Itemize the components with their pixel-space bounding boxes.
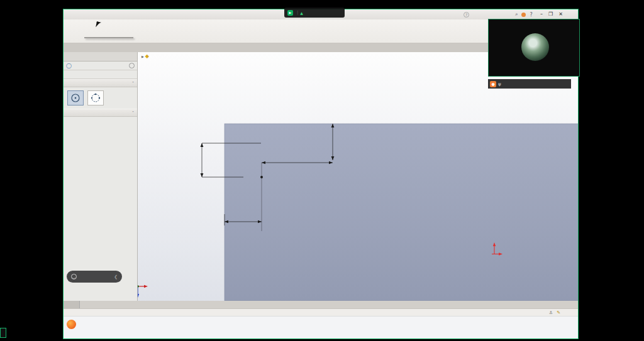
perimeter-circle-type-button[interactable] [87,90,104,106]
weather-widget[interactable] [67,320,78,329]
collapse-chevron-icon[interactable]: ❮ [114,274,118,279]
participant-avatar [521,33,549,61]
login-user-icon[interactable] [521,13,526,17]
screen-share-tooltip [0,328,6,338]
restore-button[interactable]: ❐ [548,11,553,17]
meeting-app-icon: ▶ [287,10,293,16]
windows-taskbar [64,316,578,338]
graphics-viewport[interactable]: ▶ ◆ [138,52,578,301]
minimize-button[interactable]: – [540,11,543,17]
panel-tabs [64,52,137,62]
upload-arrow-icon: ▲ [300,11,303,15]
part-origin-triad [138,285,148,298]
meeting-participant-bar[interactable]: ● ψ [488,79,571,89]
help-search[interactable]: ? [464,10,472,19]
circle-icon: ◯ [66,63,72,68]
part-icon: ◆ [145,53,149,59]
sketch-point[interactable] [260,176,263,178]
participant-avatar-icon: ● [490,81,496,87]
help-menu-icon[interactable]: ? [530,12,532,18]
emoji-icon[interactable]: ◡ [71,274,77,279]
document-tabs-bar [64,301,578,308]
parameters-section-header[interactable]: ˆ [64,109,137,117]
weather-icon [67,320,76,329]
expand-arrow-icon[interactable]: ▶ [142,55,144,58]
panel-help-icon[interactable] [129,63,135,68]
close-button[interactable]: ✕ [558,11,563,17]
property-manager-panel: ◯ ˆ ˆ [64,52,138,301]
part-face[interactable] [225,124,578,301]
status-tool-icon[interactable]: ⚓ [549,310,553,315]
tab-scroll-grip[interactable] [64,301,80,308]
participant-mic-icon: ψ [498,82,501,87]
search-magnifier-icon[interactable]: ⌕ [515,11,518,18]
center-circle-type-button[interactable] [67,90,84,106]
flyout-feature-tree[interactable]: ▶ ◆ [142,53,150,59]
circle-type-section-header[interactable]: ˆ [64,79,137,87]
sketch-canvas[interactable] [138,52,578,301]
system-tray [566,320,569,336]
status-pencil-icon[interactable]: ✎ [557,310,560,315]
help-circle-icon: ? [464,12,469,18]
meeting-chat-bubble[interactable]: ◡ ❮ [67,271,122,283]
meeting-status-pill[interactable]: ▶ | ▲ [284,8,345,18]
status-bar: ⚓ ✎ [64,308,578,316]
line-tool-dropdown-menu [84,37,133,38]
meeting-video-overlay[interactable] [488,19,580,77]
pattern-tools-stack [105,19,109,43]
